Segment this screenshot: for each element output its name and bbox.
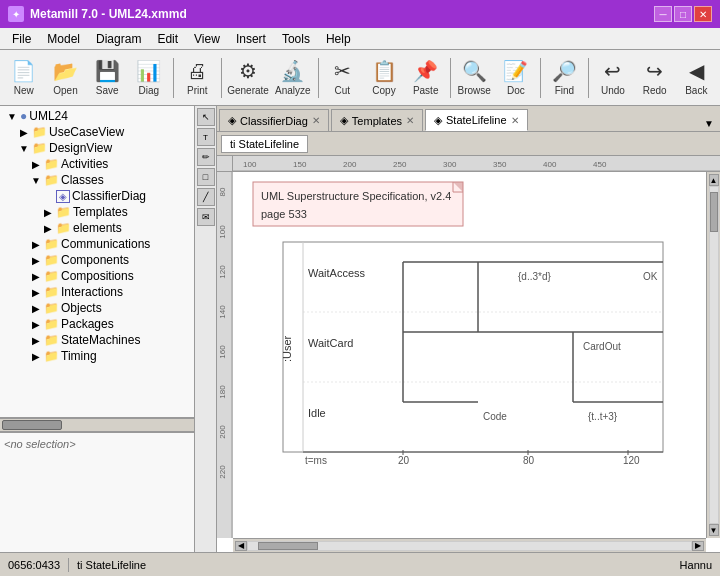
svg-text:150: 150 (293, 160, 307, 169)
tree-item-communications[interactable]: ▶ 📁 Communications (2, 236, 192, 252)
sm-toggle[interactable]: ▶ (30, 335, 42, 346)
menu-file[interactable]: File (4, 30, 39, 48)
pkg-toggle[interactable]: ▶ (30, 319, 42, 330)
text-tool[interactable]: T (197, 128, 215, 146)
uml-content[interactable]: UML Superstructure Specification, v2.4 p… (233, 172, 706, 538)
diagram-canvas[interactable]: 100 150 200 250 300 350 400 450 (217, 156, 720, 552)
tree-item-interactions[interactable]: ▶ 📁 Interactions (2, 284, 192, 300)
activities-toggle[interactable]: ▶ (30, 159, 42, 170)
preview-text: <no selection> (4, 438, 76, 450)
generate-button[interactable]: ⚙ Generate (226, 53, 270, 103)
new-button[interactable]: 📄 New (4, 53, 44, 103)
back-icon: ◀ (689, 59, 704, 83)
templates-toggle[interactable]: ▶ (42, 207, 54, 218)
tree-item-objects[interactable]: ▶ 📁 Objects (2, 300, 192, 316)
templates-label: Templates (73, 205, 128, 219)
tab-more[interactable]: ▼ (700, 116, 718, 131)
back-button[interactable]: ◀ Back (676, 53, 716, 103)
diagram-scroll-left[interactable]: ◀ (235, 541, 247, 551)
analyze-button[interactable]: 🔬 Analyze (272, 53, 314, 103)
classes-toggle[interactable]: ▼ (30, 175, 42, 186)
copy-button[interactable]: 📋 Copy (364, 53, 404, 103)
tab-statelifeline-close[interactable]: ✕ (511, 115, 519, 126)
diagram-scroll-v[interactable]: ▲ ▼ (706, 172, 720, 538)
doc-button[interactable]: 📝 Doc (496, 53, 536, 103)
diagram-scroll-vthumb[interactable] (710, 192, 718, 232)
menu-model[interactable]: Model (39, 30, 88, 48)
select-tool[interactable]: ↖ (197, 108, 215, 126)
comm-toggle[interactable]: ▶ (30, 239, 42, 250)
tree-item-usecaseview[interactable]: ▶ 📁 UseCaseView (2, 124, 192, 140)
diagram-scroll-thumb[interactable] (258, 542, 318, 550)
menu-edit[interactable]: Edit (149, 30, 186, 48)
diagram-scroll-track[interactable] (247, 541, 692, 551)
msg-tool[interactable]: ✉ (197, 208, 215, 226)
cut-button[interactable]: ✂ Cut (323, 53, 363, 103)
minimize-button[interactable]: ─ (654, 6, 672, 22)
menu-insert[interactable]: Insert (228, 30, 274, 48)
diagram-scroll-vtrack[interactable] (709, 186, 719, 524)
open-button[interactable]: 📂 Open (46, 53, 86, 103)
tree-item-statemachines[interactable]: ▶ 📁 StateMachines (2, 332, 192, 348)
maximize-button[interactable]: □ (674, 6, 692, 22)
redo-button[interactable]: ↪ Redo (635, 53, 675, 103)
inter-toggle[interactable]: ▶ (30, 287, 42, 298)
tree-item-packages[interactable]: ▶ 📁 Packages (2, 316, 192, 332)
paste-button[interactable]: 📌 Paste (406, 53, 446, 103)
timing-toggle[interactable]: ▶ (30, 351, 42, 362)
diagram-scroll-up[interactable]: ▲ (709, 174, 719, 186)
tree-item-templates[interactable]: ▶ 📁 Templates (2, 204, 192, 220)
undo-button[interactable]: ↩ Undo (593, 53, 633, 103)
tree-view[interactable]: ▼ ● UML24 ▶ 📁 UseCaseView ▼ 📁 DesignView (0, 106, 194, 418)
obj-toggle[interactable]: ▶ (30, 303, 42, 314)
root-toggle[interactable]: ▼ (6, 111, 18, 122)
usecaseview-label: UseCaseView (49, 125, 124, 139)
elements-toggle[interactable]: ▶ (42, 223, 54, 234)
tab-classifierdiag-close[interactable]: ✕ (312, 115, 320, 126)
tree-item-timing[interactable]: ▶ 📁 Timing (2, 348, 192, 364)
separator-2 (221, 58, 222, 98)
tree-root[interactable]: ▼ ● UML24 (2, 108, 192, 124)
inner-tab-statelifeline[interactable]: ti StateLifeline (221, 135, 308, 153)
tree-item-classes[interactable]: ▼ 📁 Classes (2, 172, 192, 188)
classifierdiag-label: ClassifierDiag (72, 189, 146, 203)
tree-item-designview[interactable]: ▼ 📁 DesignView (2, 140, 192, 156)
tab-templates[interactable]: ◈ Templates ✕ (331, 109, 423, 131)
tree-item-activities[interactable]: ▶ 📁 Activities (2, 156, 192, 172)
save-button[interactable]: 💾 Save (87, 53, 127, 103)
menu-tools[interactable]: Tools (274, 30, 318, 48)
svg-text:80: 80 (523, 455, 535, 466)
folder-icon-sm: 📁 (44, 333, 59, 347)
menu-help[interactable]: Help (318, 30, 359, 48)
tree-item-compositions[interactable]: ▶ 📁 Compositions (2, 268, 192, 284)
tree-item-elements[interactable]: ▶ 📁 elements (2, 220, 192, 236)
close-button[interactable]: ✕ (694, 6, 712, 22)
tab-classifierdiag[interactable]: ◈ ClassifierDiag ✕ (219, 109, 329, 131)
diagram-scroll-down[interactable]: ▼ (709, 524, 719, 536)
usecaseview-toggle[interactable]: ▶ (18, 127, 30, 138)
tab-templates-close[interactable]: ✕ (406, 115, 414, 126)
browse-button[interactable]: 🔍 Browse (454, 53, 494, 103)
tree-scroll-h[interactable] (0, 418, 194, 432)
tree-item-classifierdiag[interactable]: ◈ ClassifierDiag (2, 188, 192, 204)
generate-icon: ⚙ (239, 59, 257, 83)
designview-toggle[interactable]: ▼ (18, 143, 30, 154)
print-button[interactable]: 🖨 Print (178, 53, 218, 103)
diagram-scroll-h[interactable]: ◀ ▶ (233, 538, 706, 552)
comp-toggle[interactable]: ▶ (30, 255, 42, 266)
line-tool[interactable]: ╱ (197, 188, 215, 206)
elements-label: elements (73, 221, 122, 235)
tab-statelifeline[interactable]: ◈ StateLifeline ✕ (425, 109, 528, 131)
left-panel: ▼ ● UML24 ▶ 📁 UseCaseView ▼ 📁 DesignView (0, 106, 195, 552)
window-controls[interactable]: ─ □ ✕ (654, 6, 712, 22)
menu-diagram[interactable]: Diagram (88, 30, 149, 48)
diag-button[interactable]: 📊 Diag (129, 53, 169, 103)
compo-toggle[interactable]: ▶ (30, 271, 42, 282)
draw-tool[interactable]: ✏ (197, 148, 215, 166)
tree-item-components[interactable]: ▶ 📁 Components (2, 252, 192, 268)
diagram-scroll-right[interactable]: ▶ (692, 541, 704, 551)
shape-tool[interactable]: □ (197, 168, 215, 186)
find-button[interactable]: 🔎 Find (545, 53, 585, 103)
menu-view[interactable]: View (186, 30, 228, 48)
tree-scroll-thumb[interactable] (2, 420, 62, 430)
